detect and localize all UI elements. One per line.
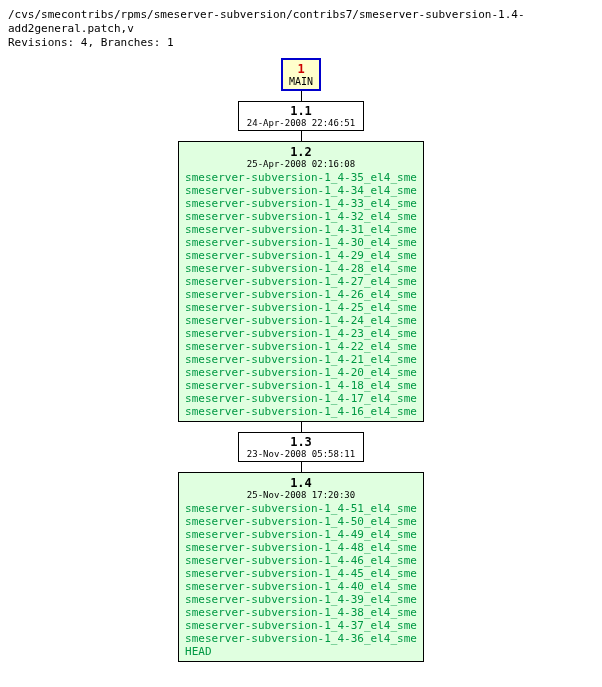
tag-item: smeserver-subversion-1_4-49_el4_sme [185,528,417,541]
tag-item: smeserver-subversion-1_4-35_el4_sme [185,171,417,184]
main-branch-label: MAIN [289,76,313,87]
tag-item: smeserver-subversion-1_4-17_el4_sme [185,392,417,405]
tag-list: smeserver-subversion-1_4-51_el4_smesmese… [185,502,417,658]
tag-item: smeserver-subversion-1_4-45_el4_sme [185,567,417,580]
tag-item: smeserver-subversion-1_4-26_el4_sme [185,288,417,301]
revision-stats: Revisions: 4, Branches: 1 [8,36,594,50]
tag-item: smeserver-subversion-1_4-46_el4_sme [185,554,417,567]
connector [301,462,302,472]
tag-item: smeserver-subversion-1_4-16_el4_sme [185,405,417,418]
tag-item: smeserver-subversion-1_4-27_el4_sme [185,275,417,288]
revision-box-2: 1.2 25-Apr-2008 02:16:08 smeserver-subve… [178,141,424,422]
revision-date: 25-Apr-2008 02:16:08 [185,159,417,169]
tag-item: smeserver-subversion-1_4-20_el4_sme [185,366,417,379]
tag-item: smeserver-subversion-1_4-34_el4_sme [185,184,417,197]
tag-item: smeserver-subversion-1_4-38_el4_sme [185,606,417,619]
tag-item: smeserver-subversion-1_4-24_el4_sme [185,314,417,327]
tag-item: smeserver-subversion-1_4-28_el4_sme [185,262,417,275]
connector [301,422,302,432]
tag-item: smeserver-subversion-1_4-18_el4_sme [185,379,417,392]
revision-box-4: 1.4 25-Nov-2008 17:20:30 smeserver-subve… [178,472,424,662]
tag-item: smeserver-subversion-1_4-50_el4_sme [185,515,417,528]
revision-graph: 1 MAIN 1.1 24-Apr-2008 22:46:51 1.2 25-A… [8,58,594,662]
revision-date: 23-Nov-2008 05:58:11 [247,449,355,459]
revision-box-3: 1.3 23-Nov-2008 05:58:11 [238,432,364,462]
tag-item: smeserver-subversion-1_4-40_el4_sme [185,580,417,593]
main-branch-num: 1 [289,62,313,76]
connector [301,91,302,101]
tag-item: smeserver-subversion-1_4-39_el4_sme [185,593,417,606]
tag-list: smeserver-subversion-1_4-35_el4_smesmese… [185,171,417,418]
revision-box-1: 1.1 24-Apr-2008 22:46:51 [238,101,364,131]
revision-date: 24-Apr-2008 22:46:51 [247,118,355,128]
tag-item: smeserver-subversion-1_4-51_el4_sme [185,502,417,515]
tag-item: smeserver-subversion-1_4-21_el4_sme [185,353,417,366]
tag-item: smeserver-subversion-1_4-36_el4_sme [185,632,417,645]
tag-item: smeserver-subversion-1_4-30_el4_sme [185,236,417,249]
tag-item: smeserver-subversion-1_4-23_el4_sme [185,327,417,340]
revision-number: 1.1 [247,104,355,118]
revision-number: 1.2 [185,145,417,159]
tag-item: smeserver-subversion-1_4-22_el4_sme [185,340,417,353]
file-path: /cvs/smecontribs/rpms/smeserver-subversi… [8,8,594,36]
tag-item: smeserver-subversion-1_4-33_el4_sme [185,197,417,210]
revision-date: 25-Nov-2008 17:20:30 [185,490,417,500]
tag-item: smeserver-subversion-1_4-31_el4_sme [185,223,417,236]
revision-number: 1.3 [247,435,355,449]
tag-item: smeserver-subversion-1_4-48_el4_sme [185,541,417,554]
main-branch-box: 1 MAIN [281,58,321,91]
tag-item: smeserver-subversion-1_4-29_el4_sme [185,249,417,262]
revision-number: 1.4 [185,476,417,490]
header: /cvs/smecontribs/rpms/smeserver-subversi… [8,8,594,50]
tag-item: smeserver-subversion-1_4-37_el4_sme [185,619,417,632]
tag-item: smeserver-subversion-1_4-25_el4_sme [185,301,417,314]
tag-item: HEAD [185,645,417,658]
connector [301,131,302,141]
tag-item: smeserver-subversion-1_4-32_el4_sme [185,210,417,223]
